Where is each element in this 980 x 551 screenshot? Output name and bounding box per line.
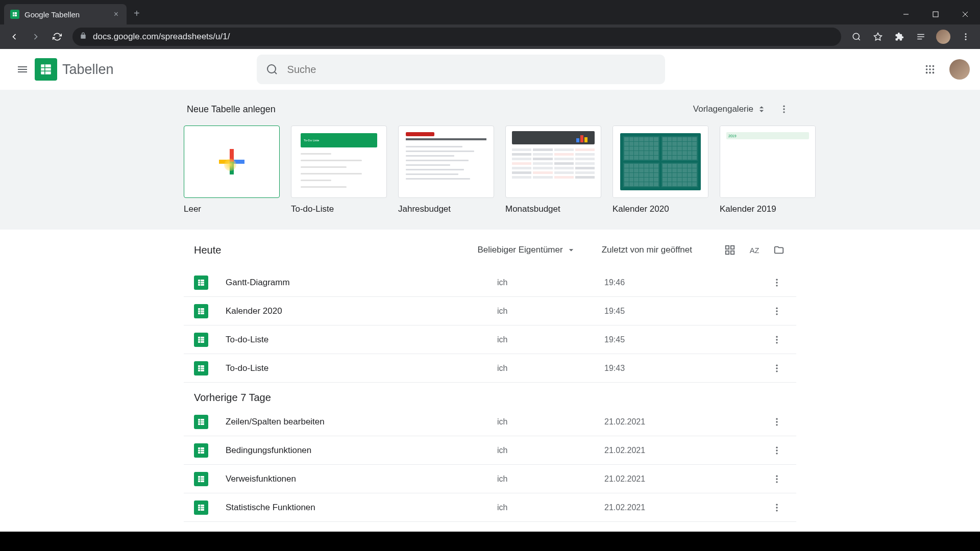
svg-point-47 <box>776 282 777 283</box>
document-name: Bedingungsfunktionen <box>226 445 497 456</box>
document-row[interactable]: Statistische Funktionen ich 21.02.2021 <box>184 493 796 522</box>
zoom-icon[interactable] <box>847 28 866 46</box>
section-label: Vorherige 7 Tage <box>184 383 796 408</box>
search-input[interactable] <box>287 64 656 76</box>
owner-filter-dropdown[interactable]: Beliebiger Eigentümer <box>477 245 576 255</box>
reading-list-icon[interactable] <box>912 28 930 46</box>
document-row[interactable]: To-do-Liste ich 19:45 <box>184 325 796 354</box>
document-row[interactable]: Zeilen/Spalten bearbeiten ich 21.02.2021 <box>184 408 796 436</box>
sheets-logo-icon <box>35 58 57 81</box>
svg-point-74 <box>776 418 777 419</box>
document-date: 19:45 <box>604 335 768 344</box>
svg-rect-39 <box>726 251 729 254</box>
document-owner: ich <box>497 278 604 287</box>
template-label: Leer <box>184 204 280 214</box>
document-more-button[interactable] <box>768 441 786 460</box>
app-header: Tabellen <box>0 49 980 90</box>
svg-rect-42 <box>198 280 204 286</box>
svg-point-89 <box>776 478 777 480</box>
back-button[interactable] <box>5 28 23 46</box>
svg-rect-56 <box>198 337 204 343</box>
svg-rect-49 <box>198 308 204 314</box>
window-minimize-button[interactable] <box>891 4 921 24</box>
template-todo-thumb: To-Do Liste <box>291 126 387 198</box>
cursor-highlight <box>224 159 236 171</box>
template-calendar-2019[interactable]: 2019 Kalender 2019 <box>720 126 816 214</box>
document-row[interactable]: Bedingungsfunktionen ich 21.02.2021 <box>184 436 796 465</box>
gallery-label: Vorlagengalerie <box>693 104 753 114</box>
svg-marker-9 <box>874 33 882 40</box>
svg-point-54 <box>776 310 777 312</box>
svg-point-35 <box>783 108 785 110</box>
sheets-file-icon <box>194 443 208 458</box>
document-date: 21.02.2021 <box>604 446 768 455</box>
document-more-button[interactable] <box>768 359 786 378</box>
document-owner: ich <box>497 364 604 373</box>
browser-profile-avatar[interactable] <box>936 30 950 44</box>
file-picker-button[interactable] <box>772 243 786 257</box>
document-row[interactable]: To-do-Liste ich 19:43 <box>184 354 796 383</box>
document-more-button[interactable] <box>768 470 786 488</box>
template-label: To-do-Liste <box>291 204 387 214</box>
document-owner: ich <box>497 474 604 484</box>
search-icon <box>266 63 278 76</box>
svg-point-55 <box>776 313 777 315</box>
sort-options-button[interactable]: AZ <box>747 243 762 257</box>
bookmark-icon[interactable] <box>869 28 887 46</box>
address-bar[interactable]: docs.google.com/spreadsheets/u/1/ <box>72 28 841 46</box>
url-text: docs.google.com/spreadsheets/u/1/ <box>93 32 230 42</box>
svg-rect-17 <box>18 69 27 70</box>
document-more-button[interactable] <box>768 273 786 292</box>
bottom-bar <box>0 532 980 551</box>
document-more-button[interactable] <box>768 498 786 517</box>
svg-point-81 <box>776 446 777 448</box>
template-more-button[interactable] <box>775 100 793 118</box>
forward-button[interactable] <box>27 28 45 46</box>
template-annual-budget-thumb <box>398 126 494 198</box>
main-menu-button[interactable] <box>10 57 35 82</box>
template-annual-budget[interactable]: Jahresbudget <box>398 126 494 214</box>
document-date: 21.02.2021 <box>604 474 768 484</box>
document-row[interactable]: Verweisfunktionen ich 21.02.2021 <box>184 465 796 493</box>
browser-tab-strip: Google Tabellen × + <box>0 0 980 24</box>
reload-button[interactable] <box>48 28 66 46</box>
template-todo[interactable]: To-Do Liste To-do-Liste <box>291 126 387 214</box>
svg-rect-70 <box>198 419 204 425</box>
grid-view-button[interactable] <box>723 243 737 257</box>
window-maximize-button[interactable] <box>921 4 950 24</box>
svg-point-26 <box>929 65 931 67</box>
google-apps-button[interactable] <box>918 57 942 82</box>
document-row[interactable]: Kalender 2020 ich 19:45 <box>184 297 796 325</box>
new-tab-button[interactable]: + <box>127 3 147 24</box>
chrome-menu-icon[interactable] <box>957 28 975 46</box>
document-row[interactable]: Gantt-Diagramm ich 19:46 <box>184 268 796 297</box>
svg-point-31 <box>926 72 928 74</box>
search-box[interactable] <box>257 55 665 84</box>
svg-rect-19 <box>41 64 51 74</box>
document-more-button[interactable] <box>768 302 786 320</box>
window-close-button[interactable] <box>950 4 980 24</box>
document-more-button[interactable] <box>768 331 786 349</box>
template-monthly-budget[interactable]: Monatsbudget <box>505 126 601 214</box>
svg-line-8 <box>858 38 860 40</box>
sort-label[interactable]: Zuletzt von mir geöffnet <box>602 245 692 255</box>
svg-point-53 <box>776 307 777 309</box>
template-section: Neue Tabelle anlegen Vorlagengalerie <box>0 90 980 230</box>
template-gallery-toggle[interactable]: Vorlagengalerie <box>689 101 771 117</box>
svg-rect-18 <box>18 71 27 72</box>
svg-rect-91 <box>198 505 204 511</box>
extensions-icon[interactable] <box>890 28 909 46</box>
account-avatar[interactable] <box>949 59 970 80</box>
document-name: Verweisfunktionen <box>226 474 497 484</box>
svg-rect-16 <box>18 66 27 67</box>
tab-favicon-sheets-icon <box>10 10 19 19</box>
svg-rect-38 <box>731 246 734 249</box>
svg-point-14 <box>965 36 967 38</box>
documents-section: Heute Beliebiger Eigentümer Zuletzt von … <box>174 230 806 522</box>
tab-close-button[interactable]: × <box>112 9 120 20</box>
browser-tab[interactable]: Google Tabellen × <box>4 4 127 24</box>
template-calendar-2020[interactable]: Kalender 2020 <box>612 126 708 214</box>
template-blank[interactable]: Leer <box>184 126 280 214</box>
document-more-button[interactable] <box>768 413 786 431</box>
document-owner: ich <box>497 335 604 344</box>
